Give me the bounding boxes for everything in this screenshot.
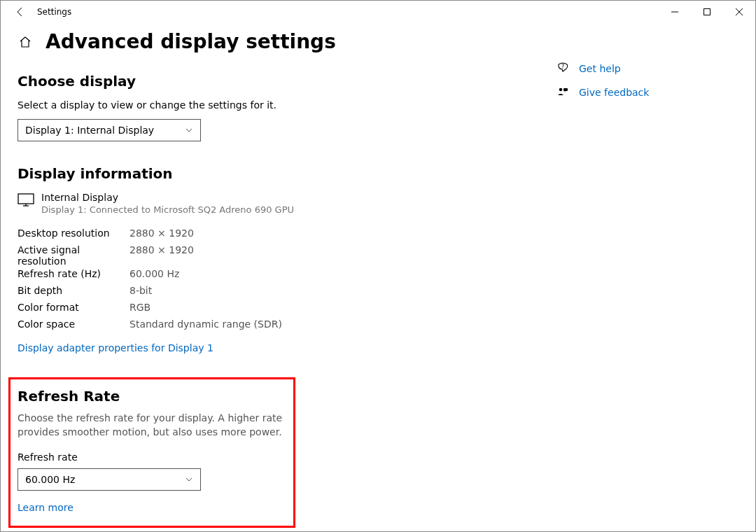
choose-display-section: Choose display Select a display to view … xyxy=(18,73,556,141)
prop-label: Active signal resolution xyxy=(18,244,130,268)
learn-more-link[interactable]: Learn more xyxy=(18,502,74,513)
prop-label: Color format xyxy=(18,302,130,318)
display-name: Internal Display xyxy=(41,192,294,203)
chevron-down-icon xyxy=(185,475,193,484)
page-header: Advanced display settings xyxy=(18,30,556,53)
feedback-icon xyxy=(556,86,579,99)
svg-text:?: ? xyxy=(561,64,564,70)
choose-display-instruction: Select a display to view or change the s… xyxy=(18,99,556,111)
table-row: Color space Standard dynamic range (SDR) xyxy=(18,318,282,335)
svg-point-8 xyxy=(559,88,563,92)
back-button[interactable] xyxy=(6,1,34,23)
help-icon: ? xyxy=(556,62,579,75)
display-properties-table: Desktop resolution 2880 × 1920 Active si… xyxy=(18,227,282,335)
refresh-rate-highlight: Refresh Rate Choose the refresh rate for… xyxy=(8,377,295,528)
settings-window: Settings Advanced display settings xyxy=(0,0,756,532)
prop-value: Standard dynamic range (SDR) xyxy=(130,318,282,335)
prop-value: 2880 × 1920 xyxy=(130,227,282,244)
give-feedback-link[interactable]: Give feedback xyxy=(556,86,738,99)
display-connection: Display 1: Connected to Microsoft SQ2 Ad… xyxy=(41,204,294,215)
prop-label: Color space xyxy=(18,318,130,335)
table-row: Refresh rate (Hz) 60.000 Hz xyxy=(18,268,282,285)
table-row: Color format RGB xyxy=(18,302,282,318)
prop-label: Desktop resolution xyxy=(18,227,130,244)
display-select-value: Display 1: Internal Display xyxy=(25,125,154,136)
home-icon[interactable] xyxy=(18,35,33,49)
table-row: Bit depth 8-bit xyxy=(18,285,282,302)
window-title: Settings xyxy=(34,7,71,17)
refresh-rate-heading: Refresh Rate xyxy=(18,388,286,405)
adapter-properties-link[interactable]: Display adapter properties for Display 1 xyxy=(18,342,214,354)
maximize-button[interactable] xyxy=(691,1,723,23)
table-row: Desktop resolution 2880 × 1920 xyxy=(18,227,282,244)
table-row: Active signal resolution 2880 × 1920 xyxy=(18,244,282,268)
get-help-label: Get help xyxy=(579,63,621,74)
give-feedback-label: Give feedback xyxy=(579,87,649,98)
refresh-rate-field-label: Refresh rate xyxy=(18,451,286,463)
get-help-link[interactable]: ? Get help xyxy=(556,62,738,75)
titlebar: Settings xyxy=(1,1,755,23)
prop-label: Bit depth xyxy=(18,285,130,302)
content-area: Advanced display settings Choose display… xyxy=(1,23,755,528)
choose-display-heading: Choose display xyxy=(18,73,556,90)
chevron-down-icon xyxy=(185,126,193,134)
prop-value: 2880 × 1920 xyxy=(130,244,282,268)
side-column: ? Get help Give feedback xyxy=(556,30,738,528)
display-select-dropdown[interactable]: Display 1: Internal Display xyxy=(18,119,201,141)
window-controls xyxy=(659,1,755,23)
prop-value: 60.000 Hz xyxy=(130,268,282,285)
display-identity: Internal Display Display 1: Connected to… xyxy=(18,192,556,215)
refresh-rate-description: Choose the refresh rate for your display… xyxy=(18,412,284,439)
prop-label: Refresh rate (Hz) xyxy=(18,268,130,285)
display-information-heading: Display information xyxy=(18,165,556,182)
close-button[interactable] xyxy=(723,1,755,23)
svg-rect-1 xyxy=(704,9,710,15)
display-information-section: Display information Internal Display Dis… xyxy=(18,165,556,354)
refresh-rate-dropdown[interactable]: 60.000 Hz xyxy=(18,468,201,491)
prop-value: 8-bit xyxy=(130,285,282,302)
page-title: Advanced display settings xyxy=(46,30,336,53)
main-column: Advanced display settings Choose display… xyxy=(18,30,556,528)
monitor-icon xyxy=(18,192,41,207)
prop-value: RGB xyxy=(130,302,282,318)
svg-rect-9 xyxy=(564,88,568,91)
minimize-button[interactable] xyxy=(659,1,691,23)
svg-rect-4 xyxy=(18,194,34,204)
refresh-rate-value: 60.000 Hz xyxy=(25,474,75,485)
